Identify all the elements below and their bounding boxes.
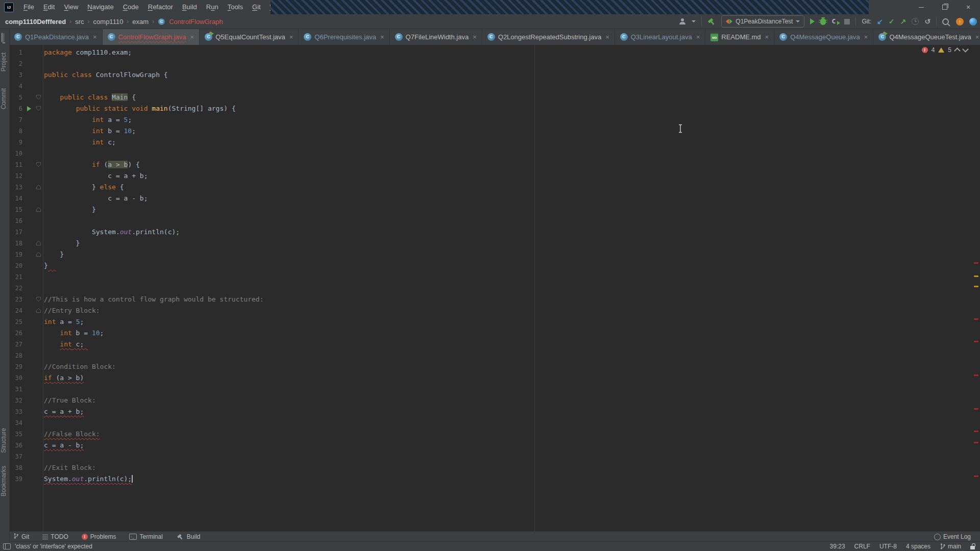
git-branch-widget[interactable]: main <box>940 543 961 550</box>
tab-q5equalcounttest-java[interactable]: CQ5EqualCountTest.java× <box>200 29 299 45</box>
breadcrumb-project[interactable]: comp1110Defffered <box>5 18 66 26</box>
tab-q1peakdistance-java[interactable]: CQ1PeakDistance.java× <box>9 29 103 45</box>
tab-q4messagequeuetest-java[interactable]: CQ4MessageQueueTest.java× <box>873 29 980 45</box>
line-number[interactable]: 35 <box>9 429 22 440</box>
fold-region-start-icon[interactable] <box>36 106 41 111</box>
menu-tools[interactable]: Tools <box>223 0 248 14</box>
line-number[interactable]: 10 <box>9 148 22 159</box>
line-number[interactable]: 39 <box>9 473 22 485</box>
line-number[interactable]: 17 <box>9 227 22 238</box>
fold-region-end-icon[interactable] <box>36 184 41 190</box>
rollback-button[interactable]: ↺ <box>924 17 930 26</box>
line-number[interactable]: 9 <box>9 137 22 148</box>
tab-close-icon[interactable]: × <box>696 33 700 41</box>
tool-window-button-git[interactable]: Git <box>13 533 29 541</box>
line-number[interactable]: 23 <box>9 294 22 305</box>
warning-stripe-mark[interactable] <box>974 286 978 287</box>
error-stripe-mark[interactable] <box>974 374 978 376</box>
line-number[interactable]: 27 <box>9 339 22 350</box>
menu-code[interactable]: Code <box>118 0 143 14</box>
tool-stripe-bookmarks[interactable]: Bookmarks <box>0 466 9 496</box>
menu-navigate[interactable]: Navigate <box>83 0 118 14</box>
line-number[interactable]: 34 <box>9 417 22 429</box>
ide-features-icon[interactable] <box>969 18 977 26</box>
minimize-button[interactable] <box>910 0 933 14</box>
tab-q7filelinewidth-java[interactable]: CQ7FileLineWidth.java× <box>390 29 482 45</box>
tab-close-icon[interactable]: × <box>190 33 194 41</box>
menu-build[interactable]: Build <box>178 0 202 14</box>
event-log-button[interactable]: Event Log <box>934 533 971 540</box>
line-number[interactable]: 31 <box>9 384 22 395</box>
line-number[interactable]: 33 <box>9 406 22 417</box>
line-number[interactable]: 24 <box>9 305 22 316</box>
fold-region-start-icon[interactable] <box>36 94 41 100</box>
line-number[interactable]: 3 <box>9 69 22 81</box>
tab-close-icon[interactable]: × <box>864 33 868 41</box>
error-stripe-mark[interactable] <box>974 408 978 410</box>
tab-close-icon[interactable]: × <box>605 33 609 41</box>
line-number[interactable]: 6 <box>9 103 22 114</box>
line-number[interactable]: 32 <box>9 395 22 406</box>
tool-stripe-commit[interactable]: Commit <box>0 88 9 109</box>
tab-controlflowgraph-java[interactable]: CControlFlowGraph.java× <box>103 29 200 45</box>
fold-region-end-icon[interactable] <box>36 240 41 246</box>
file-encoding[interactable]: UTF-8 <box>879 543 897 550</box>
history-icon[interactable] <box>912 18 919 25</box>
line-number[interactable]: 20 <box>9 260 22 271</box>
error-stripe-mark[interactable] <box>974 318 978 320</box>
run-with-coverage-button[interactable]: C <box>831 18 839 25</box>
line-number[interactable]: 30 <box>9 372 22 384</box>
line-number[interactable]: 14 <box>9 193 22 204</box>
tool-window-toggle-icon[interactable] <box>3 543 11 549</box>
tab-readme-md[interactable]: MDREADME.md× <box>705 29 774 45</box>
line-number[interactable]: 37 <box>9 451 22 462</box>
menu-git[interactable]: Git <box>248 0 265 14</box>
error-stripe-mark[interactable] <box>974 475 978 477</box>
breadcrumb-item[interactable]: exam <box>132 18 149 26</box>
restore-button[interactable] <box>933 0 957 14</box>
error-stripe-mark[interactable] <box>974 431 978 432</box>
line-number[interactable]: 22 <box>9 283 22 294</box>
tab-q3linearlayout-java[interactable]: CQ3LinearLayout.java× <box>615 29 706 45</box>
tool-stripe-structure[interactable]: Structure <box>0 428 9 453</box>
line-number[interactable]: 7 <box>9 114 22 126</box>
line-number[interactable]: 4 <box>9 81 22 92</box>
run-main-icon[interactable] <box>27 106 31 111</box>
tool-window-button-terminal[interactable]: ›_Terminal <box>129 533 162 541</box>
fold-region-end-icon[interactable] <box>36 207 41 212</box>
run-button[interactable] <box>810 18 815 24</box>
tab-close-icon[interactable]: × <box>473 33 477 41</box>
code-editor[interactable]: 1package comp1110.exam;23public class Co… <box>0 45 980 532</box>
error-stripe-mark[interactable] <box>974 442 978 443</box>
tab-close-icon[interactable]: × <box>289 33 293 41</box>
debug-button[interactable] <box>820 18 826 25</box>
git-push-button[interactable]: ↗ <box>900 17 906 26</box>
line-number[interactable]: 18 <box>9 238 22 249</box>
git-update-button[interactable]: ↙ <box>877 17 883 26</box>
line-separator[interactable]: CRLF <box>854 543 870 550</box>
caret-position[interactable]: 39:23 <box>830 543 845 550</box>
fold-region-end-icon[interactable] <box>36 252 41 257</box>
tab-q2longestrepeatedsubstring-java[interactable]: CQ2LongestRepeatedSubstring.java× <box>482 29 615 45</box>
tab-q6prerequisites-java[interactable]: CQ6Prerequisites.java× <box>299 29 389 45</box>
breadcrumb-file[interactable]: ControlFlowGraph <box>169 18 223 26</box>
menu-edit[interactable]: Edit <box>39 0 59 14</box>
status-message[interactable]: 'class' or 'interface' expected <box>15 543 92 550</box>
chevron-down-icon[interactable] <box>692 20 696 22</box>
fold-region-end-icon[interactable] <box>36 308 41 313</box>
line-number[interactable]: 12 <box>9 170 22 182</box>
line-number[interactable]: 25 <box>9 316 22 328</box>
line-number[interactable]: 21 <box>9 271 22 283</box>
stop-button[interactable] <box>844 19 850 24</box>
menu-file[interactable]: File <box>19 0 39 14</box>
tool-window-button-build[interactable]: Build <box>176 533 201 541</box>
previous-problem-button[interactable] <box>954 47 961 54</box>
line-number[interactable]: 15 <box>9 204 22 215</box>
inspections-widget[interactable]: ! 4 5 <box>922 46 968 54</box>
tool-stripe-project[interactable]: Project <box>0 53 9 71</box>
menu-refactor[interactable]: Refactor <box>143 0 178 14</box>
line-number[interactable]: 11 <box>9 159 22 170</box>
build-hammer-icon[interactable] <box>707 17 716 26</box>
error-stripe-mark[interactable] <box>974 341 978 342</box>
line-number[interactable]: 13 <box>9 182 22 193</box>
